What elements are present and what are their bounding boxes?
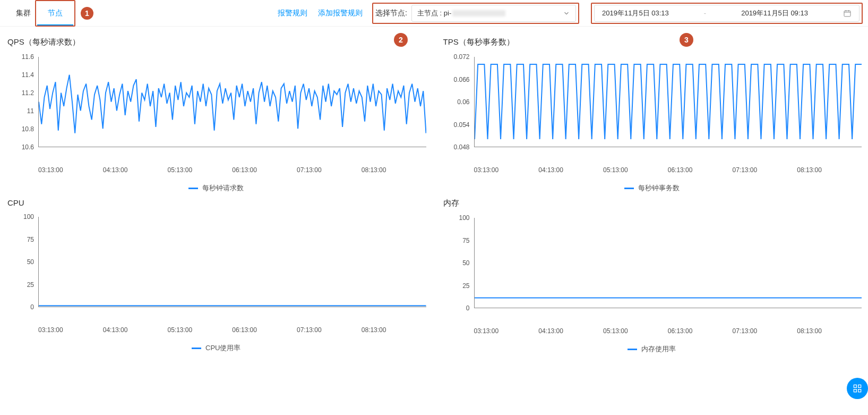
legend-swatch <box>628 349 637 350</box>
node-select-label: 选择节点: <box>375 9 407 18</box>
date-to: 2019年11月5日 09:13 <box>741 9 808 18</box>
x-axis: 03:13:0004:13:0005:13:0006:13:0007:13:00… <box>38 166 426 174</box>
plot-area <box>38 217 426 307</box>
chart-title: TPS（每秒事务数） <box>443 37 862 47</box>
date-from: 2019年11月5日 03:13 <box>602 9 669 18</box>
highlight-box-1: 节点 <box>35 0 75 27</box>
x-axis: 03:13:0004:13:0005:13:0006:13:0007:13:00… <box>474 166 862 174</box>
tabs: 集群 节点 1 <box>5 0 93 27</box>
chart-title: QPS（每秒请求数） <box>7 37 426 47</box>
legend-swatch <box>624 188 634 189</box>
plot-area <box>474 218 862 308</box>
y-axis: 10.610.81111.211.411.6 <box>6 57 38 147</box>
chevron-down-icon <box>563 10 570 17</box>
legend: 内存使用率 <box>442 344 862 354</box>
legend: CPU使用率 <box>6 343 426 353</box>
chart-qps: QPS（每秒请求数）10.610.81111.211.411.603:13:00… <box>6 37 426 193</box>
highlight-box-2: 选择节点: 主节点 : pi- <box>372 3 579 24</box>
top-bar: 集群 节点 1 报警规则 添加报警规则 选择节点: 主节点 : pi- 2019… <box>0 0 868 27</box>
link-alarm-rules[interactable]: 报警规则 <box>278 9 307 18</box>
chart-mem: 内存025507510003:13:0004:13:0005:13:0006:1… <box>442 198 862 354</box>
date-sep: - <box>704 9 706 17</box>
node-select[interactable]: 主节点 : pi- <box>411 5 576 22</box>
legend-swatch <box>192 348 201 349</box>
plot-area <box>474 57 862 147</box>
charts-grid: QPS（每秒请求数）10.610.81111.211.411.603:13:00… <box>0 27 868 359</box>
link-add-alarm-rule[interactable]: 添加报警规则 <box>318 9 363 18</box>
node-select-value: 主节点 : pi- <box>417 9 505 18</box>
legend: 每秒钟事务数 <box>442 183 862 193</box>
plot-area <box>38 57 426 147</box>
chart-title: CPU <box>7 198 426 207</box>
chart-tps: TPS（每秒事务数）0.0480.0540.060.0660.07203:13:… <box>442 37 862 193</box>
chart-title: 内存 <box>443 198 862 208</box>
x-axis: 03:13:0004:13:0005:13:0006:13:0007:13:00… <box>474 327 862 335</box>
legend-swatch <box>188 188 198 189</box>
tab-node[interactable]: 节点 <box>37 1 73 26</box>
legend: 每秒钟请求数 <box>6 183 426 193</box>
annotation-1-badge: 1 <box>81 7 93 20</box>
highlight-box-3: 2019年11月5日 03:13 - 2019年11月5日 09:13 <box>591 3 863 24</box>
y-axis: 0.0480.0540.060.0660.072 <box>442 57 474 147</box>
svg-rect-0 <box>844 11 850 16</box>
obscured-text <box>452 10 505 16</box>
chart-cpu: CPU025507510003:13:0004:13:0005:13:0006:… <box>6 198 426 354</box>
y-axis: 0255075100 <box>6 217 38 307</box>
x-axis: 03:13:0004:13:0005:13:0006:13:0007:13:00… <box>38 326 426 334</box>
calendar-icon <box>843 9 852 18</box>
date-range-picker[interactable]: 2019年11月5日 03:13 - 2019年11月5日 09:13 <box>594 5 860 22</box>
y-axis: 0255075100 <box>442 218 474 308</box>
